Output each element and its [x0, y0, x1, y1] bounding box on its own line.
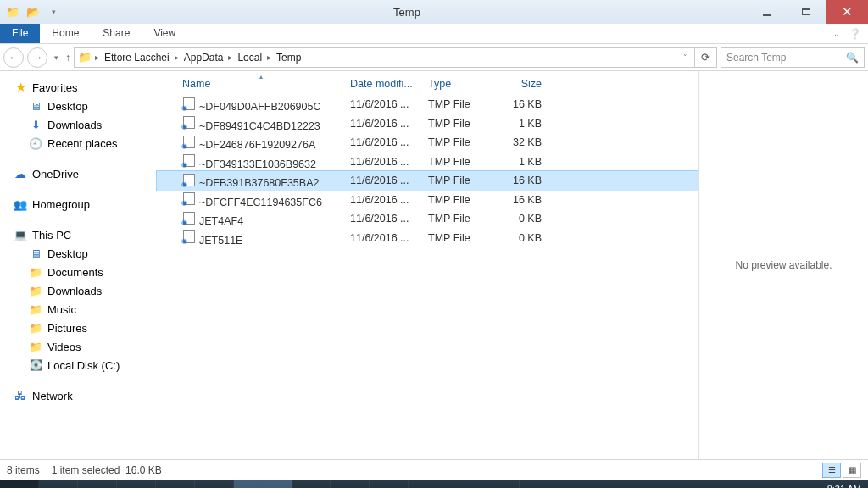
sidebar-item-downloads[interactable]: 📁Downloads: [0, 281, 157, 300]
file-size: 0 KB: [499, 231, 547, 245]
sidebar-item-downloads[interactable]: ⬇Downloads: [0, 115, 157, 134]
taskbar-wordpad[interactable]: 📄: [195, 480, 234, 488]
close-button[interactable]: ✕: [826, 0, 868, 24]
breadcrumb[interactable]: Ettore Lacchei: [103, 52, 171, 64]
breadcrumb[interactable]: Temp: [275, 52, 303, 64]
file-type: TMP File: [423, 174, 499, 187]
file-size: 1 KB: [499, 155, 547, 169]
sidebar-item-music[interactable]: 📁Music: [0, 300, 157, 319]
tab-view[interactable]: View: [142, 24, 187, 43]
tab-home[interactable]: Home: [40, 24, 91, 43]
taskbar-explorer[interactable]: 📁Temp: [234, 480, 292, 488]
column-size[interactable]: Size: [499, 76, 547, 92]
sidebar-thispc[interactable]: 💻This PC: [0, 225, 157, 244]
sidebar-homegroup[interactable]: 👥Homegroup: [0, 195, 157, 214]
maximize-button[interactable]: [787, 0, 826, 24]
file-size: 16 KB: [499, 174, 547, 187]
qat-newfolder-icon[interactable]: 📂: [24, 3, 42, 21]
file-size: 32 KB: [499, 136, 547, 149]
sidebar-item-videos[interactable]: 📁Videos: [0, 337, 157, 356]
address-dropdown-icon[interactable]: ˅: [680, 53, 691, 62]
taskbar-store[interactable]: 🛍: [39, 480, 78, 488]
breadcrumb[interactable]: AppData: [182, 52, 225, 64]
column-date[interactable]: Date modifi...: [345, 76, 423, 92]
sidebar-item-recent[interactable]: 🕘Recent places: [0, 134, 157, 152]
sidebar-item-localdisk[interactable]: 💽Local Disk (C:): [0, 356, 157, 374]
qat-properties-icon[interactable]: 📁: [3, 3, 22, 21]
taskbar-regedit[interactable]: ▦: [156, 480, 195, 488]
view-details-button[interactable]: ☰: [822, 463, 841, 478]
file-icon: [182, 97, 196, 110]
refresh-button[interactable]: ⟳: [695, 47, 717, 68]
nav-back-button[interactable]: ←: [3, 47, 24, 68]
file-icon: [182, 116, 196, 130]
file-row[interactable]: JET4AF411/6/2016 ...TMP File0 KB: [157, 209, 698, 229]
sidebar-item-desktop[interactable]: 🖥Desktop: [0, 244, 157, 263]
music-icon: 📁: [29, 302, 42, 316]
file-size: 16 KB: [499, 193, 547, 207]
nav-up-button[interactable]: ↑: [65, 52, 70, 64]
search-input[interactable]: Search Temp 🔍: [721, 47, 865, 68]
file-row[interactable]: ~DF049D0AFFB206905C11/6/2016 ...TMP File…: [157, 95, 698, 114]
minimize-button[interactable]: [748, 0, 787, 24]
file-icon: [182, 173, 196, 186]
address-row: ← → ▾ ↑ 📁 ▸ Ettore Lacchei ▸ AppData ▸ L…: [0, 44, 868, 71]
window-title: Temp: [66, 6, 748, 19]
navigation-pane[interactable]: ★Favorites 🖥Desktop ⬇Downloads 🕘Recent p…: [0, 71, 157, 459]
preview-pane: No preview available.: [698, 71, 868, 459]
qat-customize-icon[interactable]: ▾: [44, 3, 63, 21]
onedrive-icon: ☁: [14, 167, 27, 180]
file-row[interactable]: JET511E11/6/2016 ...TMP File0 KB: [157, 229, 698, 248]
help-icon[interactable]: ❔: [849, 28, 861, 40]
content-area: ▴Name Date modifi... Type Size ~DF049D0A…: [157, 71, 868, 459]
taskbar-firefox[interactable]: 🦊: [370, 480, 409, 488]
file-row[interactable]: ~DF246876F19209276A11/6/2016 ...TMP File…: [157, 133, 698, 152]
taskbar-clock[interactable]: 8:31 AM 11/6/2016: [820, 484, 861, 488]
status-bar: 8 items 1 item selected 16.0 KB ☰ ▦: [0, 459, 868, 480]
ribbon-expand[interactable]: ⌄❔: [823, 24, 868, 43]
nav-history-icon[interactable]: ▾: [51, 53, 62, 62]
sidebar-item-desktop[interactable]: 🖥Desktop: [0, 97, 157, 115]
nav-forward-button[interactable]: →: [27, 47, 47, 68]
address-bar[interactable]: 📁 ▸ Ettore Lacchei ▸ AppData ▸ Local ▸ T…: [74, 47, 695, 68]
file-row[interactable]: ~DFB391B37680F35BA211/6/2016 ...TMP File…: [157, 171, 698, 191]
file-row[interactable]: ~DF89491C4C4BD1222311/6/2016 ...TMP File…: [157, 114, 698, 134]
breadcrumb[interactable]: Local: [236, 52, 264, 64]
taskbar-nosign[interactable]: 🚫: [78, 480, 117, 488]
status-item-count: 8 items: [7, 464, 40, 476]
pictures-icon: 📁: [29, 321, 42, 335]
system-tray[interactable]: ▴ ⚑ 📶 🔊 8:31 AM 11/6/2016: [748, 480, 868, 488]
tab-file[interactable]: File: [0, 24, 40, 43]
taskbar-word[interactable]: W: [292, 480, 331, 488]
sidebar-item-pictures[interactable]: 📁Pictures: [0, 319, 157, 337]
file-row[interactable]: ~DF349133E1036B963211/6/2016 ...TMP File…: [157, 152, 698, 172]
sidebar-item-documents[interactable]: 📁Documents: [0, 263, 157, 281]
tab-share[interactable]: Share: [91, 24, 142, 43]
file-type: TMP File: [423, 136, 499, 149]
wordpad-icon: 📄: [205, 485, 224, 488]
breadcrumb-sep-icon[interactable]: ▸: [173, 53, 181, 62]
explorer-icon: 📁: [239, 484, 258, 488]
taskbar-malware[interactable]: Ⓜ: [117, 480, 156, 488]
sidebar-favorites[interactable]: ★Favorites: [0, 78, 157, 97]
file-row[interactable]: ~DFCFF4EC1194635FC611/6/2016 ...TMP File…: [157, 191, 698, 210]
homegroup-icon: 👥: [14, 197, 27, 211]
taskbar-ie[interactable]: e: [331, 480, 370, 488]
file-size: 16 KB: [499, 97, 547, 111]
breadcrumb-sep-icon[interactable]: ▸: [226, 53, 234, 62]
column-type[interactable]: Type: [423, 76, 499, 92]
sidebar-onedrive[interactable]: ☁OneDrive: [0, 164, 157, 183]
breadcrumb-sep-icon[interactable]: ▸: [265, 53, 273, 62]
thunderbird-icon: ✉: [414, 485, 432, 488]
breadcrumb-sep-icon[interactable]: ▸: [93, 53, 101, 62]
taskbar-thunderbird[interactable]: ✉Checking in on y...: [409, 480, 520, 488]
preview-text: No preview available.: [735, 259, 832, 271]
search-icon[interactable]: 🔍: [846, 52, 859, 64]
file-list[interactable]: ▴Name Date modifi... Type Size ~DF049D0A…: [157, 71, 698, 459]
file-date: 11/6/2016 ...: [345, 212, 423, 225]
column-name[interactable]: ▴Name: [177, 76, 345, 92]
view-large-icons-button[interactable]: ▦: [843, 463, 861, 478]
taskbar-start[interactable]: ⊞: [0, 480, 39, 488]
file-date: 11/6/2016 ...: [345, 174, 423, 187]
sidebar-network[interactable]: 🖧Network: [0, 386, 157, 405]
